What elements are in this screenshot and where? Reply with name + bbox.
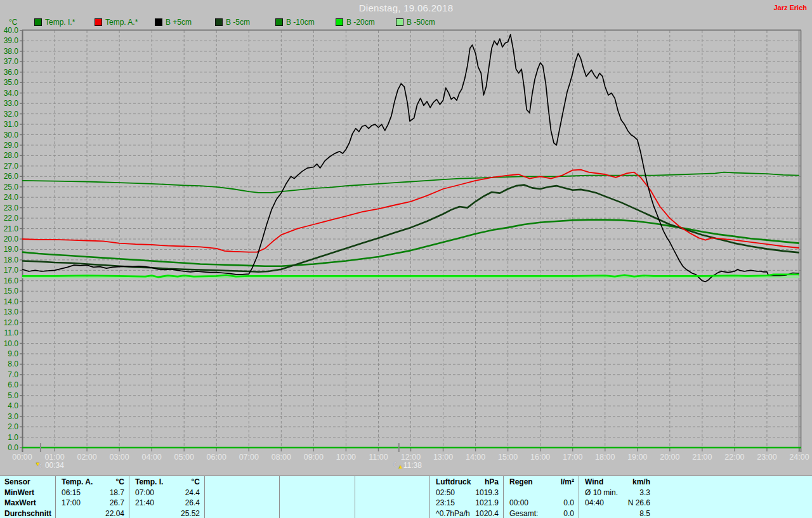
- cell-time: 02:50: [430, 488, 455, 497]
- cell-value: 0.0: [563, 498, 579, 507]
- table-cell: [355, 488, 430, 498]
- cell-time: Temp. A.: [56, 477, 93, 486]
- table-cell: LuftdruckhPa: [430, 476, 504, 488]
- table-cell: [205, 476, 280, 488]
- cell-time: 21:40: [129, 498, 154, 507]
- y-tick-label: 40.0: [4, 26, 19, 35]
- table-cell: 17:0026.7: [56, 498, 129, 508]
- y-tick-label: 30.0: [4, 131, 19, 139]
- y-tick-label: 6.0: [8, 380, 18, 389]
- y-tick-label: 0.0: [8, 443, 18, 452]
- cell-time: 06:15: [56, 488, 81, 497]
- y-tick-label: 4.0: [8, 401, 18, 410]
- table-cell: 02:501019.3: [430, 488, 504, 498]
- table-cell: 00:000.0: [504, 498, 579, 508]
- cell-value: l/m²: [561, 477, 579, 486]
- cell-value: 8.5: [639, 509, 655, 518]
- x-tick-label: 14:00: [466, 453, 485, 462]
- y-tick-label: 7.0: [8, 370, 18, 379]
- x-tick-label: 12:00: [401, 453, 421, 462]
- x-tick-label: 17:00: [563, 453, 582, 462]
- cell-time: 00:00: [504, 498, 528, 507]
- table-cell: [280, 488, 355, 498]
- x-tick-label: 24:00: [789, 453, 809, 462]
- table-cell: 21:4026.4: [129, 498, 205, 508]
- cell-time: Luftdruck: [430, 477, 471, 486]
- y-tick-label: 21.0: [4, 224, 19, 233]
- y-tick-label: 31.0: [4, 120, 19, 129]
- y-tick-label: 38.0: [4, 47, 19, 56]
- cell-value: °C: [116, 477, 129, 486]
- y-tick-label: 11.0: [4, 328, 19, 337]
- cell-value: 22.04: [105, 509, 129, 518]
- y-tick-label: 24.0: [4, 193, 19, 202]
- cell-value: 1020.4: [475, 509, 503, 518]
- y-tick-label: 25.0: [4, 183, 19, 191]
- table-row-label: Sensor: [0, 476, 56, 488]
- y-tick-label: 14.0: [4, 297, 19, 306]
- table-cell: 8.5: [579, 508, 655, 518]
- x-tick-label: 00:00: [12, 453, 32, 462]
- x-tick-label: 13:00: [433, 453, 453, 462]
- cell-value: km/h: [632, 477, 655, 486]
- x-tick-label: 04:00: [142, 453, 162, 462]
- table-cell: [355, 498, 430, 508]
- table-cell: 23:151021.9: [430, 498, 504, 508]
- y-tick-label: 23.0: [4, 204, 19, 212]
- y-tick-label: 28.0: [4, 151, 19, 160]
- table-cell: [205, 498, 280, 508]
- table-cell: Gesamt:0.0: [504, 508, 579, 518]
- cell-time: 07:00: [129, 488, 154, 497]
- table-cell: [504, 488, 579, 498]
- table-cell: 22.04: [56, 508, 129, 518]
- table-row-label: Durchschnitt: [0, 508, 56, 518]
- x-tick-label: 22:00: [724, 453, 744, 462]
- x-tick-label: 23:00: [757, 453, 776, 462]
- y-tick-label: 22.0: [4, 214, 19, 223]
- y-tick-label: 16.0: [4, 276, 19, 285]
- table-cell: ^0.7hPa/h1020.4: [430, 508, 504, 518]
- table-cell: Regenl/m²: [504, 476, 579, 488]
- table-filler: [655, 508, 812, 518]
- cell-value: °C: [192, 477, 204, 486]
- table-cell: [355, 508, 430, 518]
- x-tick-label: 15:00: [498, 453, 518, 462]
- x-tick-label: 06:00: [207, 453, 226, 462]
- table-cell: Ø 10 min.3.3: [579, 488, 655, 498]
- table-cell: [280, 508, 355, 518]
- cell-time: Temp. I.: [129, 477, 163, 486]
- y-tick-label: 8.0: [8, 359, 18, 368]
- table-cell: 06:1518.7: [56, 488, 129, 498]
- cell-time: Regen: [504, 477, 533, 486]
- x-tick-label: 18:00: [595, 453, 615, 462]
- cell-value: 18.7: [110, 488, 129, 497]
- y-tick-label: 36.0: [4, 68, 19, 77]
- x-tick-label: 03:00: [109, 453, 129, 462]
- y-tick-label: 3.0: [8, 412, 18, 421]
- moonrise-icon: ▲☾: [393, 461, 403, 470]
- cell-time: 23:15: [430, 498, 455, 507]
- cell-time: Ø 10 min.: [579, 488, 618, 497]
- y-tick-label: 37.0: [4, 57, 19, 66]
- y-tick-label: 1.0: [8, 433, 18, 442]
- moonset-icon: ▼☾: [35, 461, 44, 470]
- cell-value: 0.0: [563, 509, 579, 518]
- table-row-label: MinWert: [0, 488, 56, 498]
- y-tick-label: 17.0: [4, 266, 19, 275]
- marker-time-label: 11:38: [403, 461, 422, 470]
- x-tick-label: 02:00: [77, 453, 96, 462]
- temperature-chart: 0.01.02.03.04.05.06.07.08.09.010.011.012…: [0, 0, 812, 474]
- cell-value: hPa: [485, 477, 503, 486]
- y-tick-label: 9.0: [8, 349, 18, 358]
- table-cell: 25.52: [129, 508, 205, 518]
- cell-value: 3.3: [639, 488, 655, 497]
- table-cell: [205, 508, 280, 518]
- x-tick-label: 11:00: [369, 453, 388, 462]
- cell-time: 17:00: [56, 498, 81, 507]
- x-tick-label: 21:00: [692, 453, 712, 462]
- cell-time: Gesamt:: [504, 509, 538, 518]
- table-cell: 04:40N 26.6: [579, 498, 655, 508]
- y-tick-label: 15.0: [4, 287, 19, 295]
- y-tick-label: 5.0: [8, 391, 18, 400]
- x-tick-label: 07:00: [239, 453, 259, 462]
